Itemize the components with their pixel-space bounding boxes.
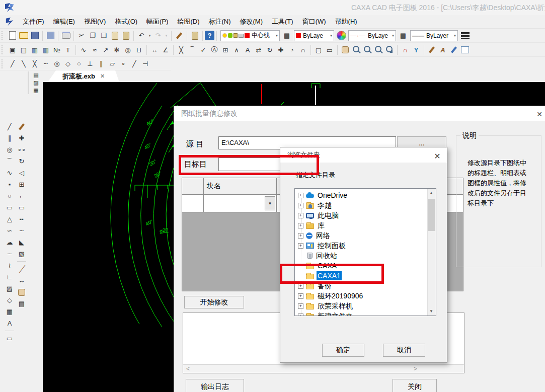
- lineweight-combo[interactable]: —— ByLayer ▾: [410, 30, 458, 41]
- expand-icon[interactable]: +: [298, 203, 303, 208]
- slope-symbol-icon[interactable]: ╳: [176, 45, 187, 55]
- perpendicular-line-icon[interactable]: ⊥: [85, 58, 96, 69]
- double-break-line-icon[interactable]: ≈: [89, 45, 100, 55]
- close-button[interactable]: 关闭: [393, 379, 437, 392]
- layer-combo[interactable]: 中心线 ▾: [220, 30, 280, 41]
- stretch-icon[interactable]: ▭: [16, 202, 27, 213]
- serial-number-icon[interactable]: №: [51, 45, 62, 55]
- tree-item-cihuan[interactable]: + 磁环20190906: [295, 291, 427, 301]
- linetype-settings-icon[interactable]: ▤: [398, 30, 409, 41]
- swap-text-icon[interactable]: ⇄: [253, 45, 264, 55]
- block-3d-icon[interactable]: ▧: [16, 248, 27, 260]
- help-icon[interactable]: ?: [205, 31, 214, 40]
- tree-item-xinrong[interactable]: + 欣荣采样机: [295, 301, 427, 311]
- polyline-icon[interactable]: ╲: [18, 58, 29, 69]
- tag-icon[interactable]: ◇: [4, 294, 15, 306]
- tangent-line-icon[interactable]: ╱: [129, 58, 140, 69]
- output-log-button[interactable]: 输出日志: [186, 379, 244, 392]
- scroll-down-icon[interactable]: ▼: [429, 309, 433, 313]
- rotate-text-icon[interactable]: ↻: [264, 45, 275, 55]
- chamfer-icon[interactable]: ◣: [16, 237, 27, 248]
- chevron-down-icon[interactable]: ▾: [451, 33, 456, 38]
- expand-icon[interactable]: +: [298, 303, 303, 309]
- menu-draw[interactable]: 绘图(D): [173, 16, 204, 28]
- cut-icon[interactable]: ✂: [76, 30, 87, 41]
- line-icon[interactable]: ╱: [4, 121, 15, 132]
- magnet-snap-icon[interactable]: ∩: [400, 45, 411, 55]
- rectangle-icon[interactable]: ▭: [4, 202, 15, 213]
- dialog-titlebar[interactable]: 图纸批量信息修改: [174, 106, 545, 121]
- tree-scrollbar[interactable]: ▲ ▼: [427, 189, 436, 316]
- close-icon[interactable]: ✕: [535, 110, 544, 118]
- insert-title-icon[interactable]: ▤: [31, 71, 42, 79]
- color-palette-icon[interactable]: [336, 30, 347, 41]
- chevron-down-icon[interactable]: ▾: [390, 33, 394, 38]
- undo-dropdown-icon[interactable]: ▾: [147, 30, 152, 41]
- copy-basepoint-icon[interactable]: ❏: [98, 30, 109, 41]
- hatch-mini-icon[interactable]: ▨: [31, 79, 42, 87]
- document-edit-icon[interactable]: [459, 45, 471, 55]
- tree-item-user[interactable]: + 李越: [295, 200, 427, 210]
- menu-help[interactable]: 帮助(H): [331, 16, 362, 28]
- expand-icon[interactable]: +: [298, 283, 303, 289]
- title-edit-icon[interactable]: ▤: [16, 298, 27, 309]
- chevron-down-icon[interactable]: ▾: [328, 33, 332, 38]
- circle-with-center-icon[interactable]: ◎: [51, 58, 62, 69]
- zoom-dynamic-icon[interactable]: [384, 45, 395, 55]
- menu-sheet[interactable]: 幅面(P): [142, 16, 173, 28]
- menu-file[interactable]: 文件(F): [18, 16, 49, 28]
- tab-document[interactable]: 折流板.exb ✕: [48, 70, 119, 82]
- paste-special-icon[interactable]: [120, 30, 131, 41]
- print-icon[interactable]: [60, 30, 71, 41]
- bom-table-icon[interactable]: ▦: [40, 45, 51, 55]
- expand-icon[interactable]: +: [298, 223, 303, 228]
- quadrant-symbol-icon[interactable]: ◔: [286, 45, 297, 55]
- spline-icon[interactable]: ∿: [4, 167, 15, 179]
- tree-item-libraries[interactable]: + 库: [295, 220, 427, 230]
- hatch-icon[interactable]: ▨: [4, 283, 15, 294]
- eraser-icon[interactable]: [16, 121, 27, 132]
- save-part-icon[interactable]: [45, 30, 56, 41]
- dimension-pen-icon[interactable]: ╱: [16, 263, 27, 275]
- circle-icon[interactable]: ◎: [4, 144, 15, 155]
- scroll-left-icon[interactable]: <: [186, 365, 190, 372]
- zoom-window-icon[interactable]: [362, 45, 373, 55]
- frame-mini-icon[interactable]: ▦: [31, 87, 42, 94]
- polygon-icon[interactable]: △: [4, 213, 15, 225]
- tree-item-controlpanel[interactable]: + 控制面板: [295, 241, 427, 251]
- weld-symbol-icon[interactable]: ⊔: [133, 45, 144, 55]
- s-curve-icon[interactable]: ∽: [4, 225, 15, 237]
- menu-format[interactable]: 格式(O): [110, 16, 142, 28]
- insert-table-icon[interactable]: ▦: [4, 306, 15, 318]
- text-brush-icon[interactable]: A: [437, 45, 448, 55]
- wave-icon[interactable]: ≀: [4, 260, 15, 271]
- snap-off-icon[interactable]: ⊣: [140, 58, 151, 69]
- menu-edit[interactable]: 编辑(E): [49, 16, 80, 28]
- roughness-symbol-icon[interactable]: ◎: [122, 45, 133, 55]
- toolbar-grip[interactable]: [2, 31, 5, 40]
- tree-item-newfolder[interactable]: + 新建文件夹: [295, 311, 427, 316]
- text-annotation-icon[interactable]: Ⓐ: [209, 45, 220, 55]
- grid-cell-blockname[interactable]: ▾: [204, 195, 277, 212]
- parameter-bar-icon[interactable]: ▥: [29, 45, 40, 55]
- frame-fill-icon[interactable]: ▣: [7, 45, 18, 55]
- scroll-up-icon[interactable]: ▲: [429, 191, 433, 195]
- tree-item-recyclebin[interactable]: 回收站: [295, 251, 427, 261]
- toolbar-grip[interactable]: [2, 59, 5, 68]
- cancel-button[interactable]: 取消: [383, 344, 425, 357]
- display-window-icon[interactable]: ▢: [313, 45, 324, 55]
- leader-icon[interactable]: ↗: [100, 45, 111, 55]
- color-combo[interactable]: ByLaye ▾: [294, 30, 334, 41]
- ole-object-icon[interactable]: ▭: [4, 333, 15, 344]
- ellipse-icon[interactable]: ○: [4, 190, 15, 202]
- cloud-line-icon[interactable]: ☁: [4, 237, 15, 248]
- trim-icon[interactable]: ┄: [16, 225, 27, 237]
- menu-window[interactable]: 窗口(W): [298, 16, 331, 28]
- text-tool-icon[interactable]: A: [4, 318, 15, 329]
- open-file-icon[interactable]: [18, 30, 29, 41]
- edit-brush-icon[interactable]: [426, 45, 437, 55]
- linear-dimension-icon[interactable]: ↔: [149, 45, 160, 55]
- scrollbar-thumb[interactable]: [428, 199, 435, 231]
- tree-item-thispc[interactable]: + 此电脑: [295, 210, 427, 220]
- toolbar-grip[interactable]: [2, 45, 5, 54]
